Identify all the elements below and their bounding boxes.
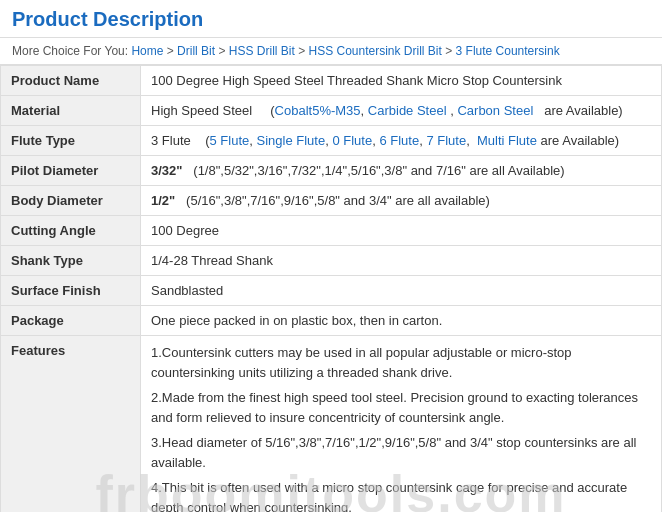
feature-3: 3.Head diameter of 5/16",3/8",7/16",1/2"…: [151, 433, 651, 472]
value-flute-type: 3 Flute (5 Flute, Single Flute, 0 Flute,…: [141, 126, 662, 156]
table-row-features: Features 1.Countersink cutters may be us…: [1, 336, 662, 513]
breadcrumb-hss-drill-bit[interactable]: HSS Drill Bit: [229, 44, 295, 58]
value-body-diameter: 1/2" (5/16",3/8",7/16",9/16",5/8" and 3/…: [141, 186, 662, 216]
link-carbide[interactable]: Carbide Steel: [368, 103, 447, 118]
link-7flute[interactable]: 7 Flute: [426, 133, 466, 148]
link-single-flute[interactable]: Single Flute: [257, 133, 326, 148]
value-material: High Speed Steel (Cobalt5%-M35, Carbide …: [141, 96, 662, 126]
table-row: Pilot Diameter 3/32" (1/8",5/32",3/16",7…: [1, 156, 662, 186]
feature-4: 4.This bit is often used with a micro st…: [151, 478, 651, 512]
table-row: Product Name 100 Degree High Speed Steel…: [1, 66, 662, 96]
table-row: Surface Finish Sandblasted: [1, 276, 662, 306]
value-surface-finish: Sandblasted: [141, 276, 662, 306]
body-diameter-main: 1/2": [151, 193, 175, 208]
label-flute-type: Flute Type: [1, 126, 141, 156]
label-surface-finish: Surface Finish: [1, 276, 141, 306]
breadcrumb-hss-countersink[interactable]: HSS Countersink Drill Bit: [309, 44, 442, 58]
table-row: Package One piece packed in on plastic b…: [1, 306, 662, 336]
breadcrumb-drill-bit[interactable]: Drill Bit: [177, 44, 215, 58]
page-wrapper: Product Description More Choice For You:…: [0, 0, 662, 512]
label-cutting-angle: Cutting Angle: [1, 216, 141, 246]
link-0flute[interactable]: 0 Flute: [332, 133, 372, 148]
page-title: Product Description: [0, 0, 662, 38]
breadcrumb-home[interactable]: Home: [131, 44, 163, 58]
value-package: One piece packed in on plastic box, then…: [141, 306, 662, 336]
value-product-name: 100 Degree High Speed Steel Threaded Sha…: [141, 66, 662, 96]
label-product-name: Product Name: [1, 66, 141, 96]
link-cobalt[interactable]: Cobalt5%-M35: [275, 103, 361, 118]
label-body-diameter: Body Diameter: [1, 186, 141, 216]
pilot-diameter-main: 3/32": [151, 163, 182, 178]
label-material: Material: [1, 96, 141, 126]
table-row: Material High Speed Steel (Cobalt5%-M35,…: [1, 96, 662, 126]
table-row: Shank Type 1/4-28 Thread Shank: [1, 246, 662, 276]
link-multi-flute[interactable]: Multi Flute: [477, 133, 537, 148]
breadcrumb-prefix: More Choice For You:: [12, 44, 128, 58]
table-row: Flute Type 3 Flute (5 Flute, Single Flut…: [1, 126, 662, 156]
feature-2: 2.Made from the finest high speed tool s…: [151, 388, 651, 427]
table-row: Cutting Angle 100 Degree: [1, 216, 662, 246]
link-carbon[interactable]: Carbon Steel: [457, 103, 533, 118]
value-features: 1.Countersink cutters may be used in all…: [141, 336, 662, 513]
link-6flute[interactable]: 6 Flute: [379, 133, 419, 148]
table-row: Body Diameter 1/2" (5/16",3/8",7/16",9/1…: [1, 186, 662, 216]
breadcrumb: More Choice For You: Home > Drill Bit > …: [0, 38, 662, 65]
feature-1: 1.Countersink cutters may be used in all…: [151, 343, 651, 382]
value-shank-type: 1/4-28 Thread Shank: [141, 246, 662, 276]
value-cutting-angle: 100 Degree: [141, 216, 662, 246]
label-package: Package: [1, 306, 141, 336]
value-pilot-diameter: 3/32" (1/8",5/32",3/16",7/32",1/4",5/16"…: [141, 156, 662, 186]
product-table: Product Name 100 Degree High Speed Steel…: [0, 65, 662, 512]
label-features: Features: [1, 336, 141, 513]
breadcrumb-3flute[interactable]: 3 Flute Countersink: [456, 44, 560, 58]
link-5flute[interactable]: 5 Flute: [210, 133, 250, 148]
label-shank-type: Shank Type: [1, 246, 141, 276]
label-pilot-diameter: Pilot Diameter: [1, 156, 141, 186]
